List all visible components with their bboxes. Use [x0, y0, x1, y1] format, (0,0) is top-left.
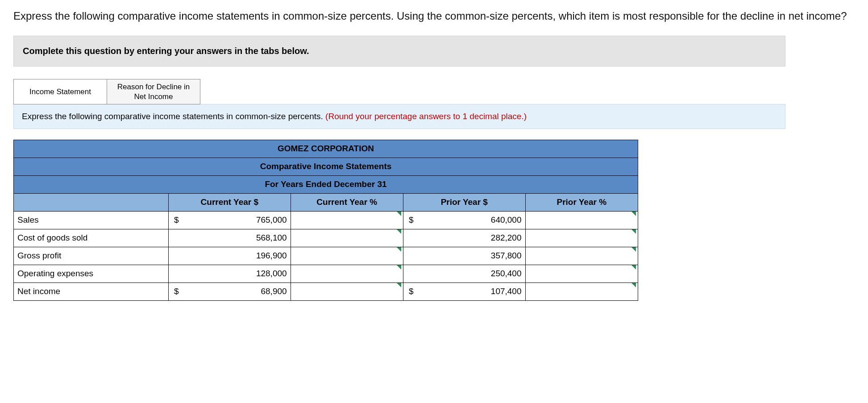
cy-dollar-cell: 128,000 — [169, 265, 291, 283]
row-label: Sales — [14, 211, 169, 229]
question-text: Express the following comparative income… — [13, 9, 855, 23]
py-dollar-cell: $640,000 — [403, 211, 525, 229]
col-header-py-pct: Prior Year % — [525, 193, 638, 211]
currency-symbol: $ — [407, 215, 414, 225]
tab-reason-decline[interactable]: Reason for Decline in Net Income — [107, 79, 200, 104]
col-header-blank — [14, 193, 169, 211]
panel-text: Express the following comparative income… — [22, 112, 325, 121]
table-row: Net income $68,900 $107,400 — [14, 283, 638, 300]
cy-pct-input[interactable] — [291, 211, 403, 229]
py-value: 282,200 — [491, 233, 522, 243]
cy-value: 128,000 — [256, 269, 287, 278]
cy-dollar-cell: 568,100 — [169, 229, 291, 247]
py-value: 107,400 — [491, 287, 522, 296]
py-pct-input[interactable] — [525, 283, 638, 300]
py-pct-input[interactable] — [525, 229, 638, 247]
table-row: Gross profit 196,900 357,800 — [14, 247, 638, 265]
py-dollar-cell: 282,200 — [403, 229, 525, 247]
table-title-statement: Comparative Income Statements — [14, 158, 638, 175]
col-header-py-dollar: Prior Year $ — [403, 193, 525, 211]
currency-symbol: $ — [407, 287, 414, 296]
cy-value: 68,900 — [261, 287, 287, 296]
row-label: Gross profit — [14, 247, 169, 265]
cy-pct-input[interactable] — [291, 265, 403, 283]
currency-symbol: $ — [172, 215, 179, 225]
income-table: GOMEZ CORPORATION Comparative Income Sta… — [13, 140, 638, 301]
cy-dollar-cell: 196,900 — [169, 247, 291, 265]
row-label: Cost of goods sold — [14, 229, 169, 247]
row-label: Net income — [14, 283, 169, 300]
cy-dollar-cell: $68,900 — [169, 283, 291, 300]
cy-value: 196,900 — [256, 251, 287, 261]
py-value: 640,000 — [491, 215, 522, 225]
cy-value: 568,100 — [256, 233, 287, 243]
panel-note: (Round your percentage answers to 1 deci… — [325, 112, 527, 121]
currency-symbol: $ — [172, 287, 179, 296]
tabs-row: Income Statement Reason for Decline in N… — [13, 79, 785, 104]
cy-value: 765,000 — [256, 215, 287, 225]
col-header-cy-pct: Current Year % — [291, 193, 403, 211]
cy-pct-input[interactable] — [291, 247, 403, 265]
table-row: Cost of goods sold 568,100 282,200 — [14, 229, 638, 247]
py-value: 250,400 — [491, 269, 522, 278]
tab-income-statement[interactable]: Income Statement — [13, 79, 107, 104]
table-title-company: GOMEZ CORPORATION — [14, 140, 638, 158]
instruction-banner: Complete this question by entering your … — [13, 36, 785, 66]
cy-dollar-cell: $765,000 — [169, 211, 291, 229]
py-value: 357,800 — [491, 251, 522, 261]
row-label: Operating expenses — [14, 265, 169, 283]
cy-pct-input[interactable] — [291, 229, 403, 247]
py-dollar-cell: 357,800 — [403, 247, 525, 265]
table-title-period: For Years Ended December 31 — [14, 175, 638, 193]
py-dollar-cell: 250,400 — [403, 265, 525, 283]
col-header-cy-dollar: Current Year $ — [169, 193, 291, 211]
table-row: Operating expenses 128,000 250,400 — [14, 265, 638, 283]
py-pct-input[interactable] — [525, 247, 638, 265]
table-row: Sales $765,000 $640,000 — [14, 211, 638, 229]
py-pct-input[interactable] — [525, 211, 638, 229]
py-pct-input[interactable] — [525, 265, 638, 283]
tab-panel-instruction: Express the following comparative income… — [13, 104, 785, 129]
py-dollar-cell: $107,400 — [403, 283, 525, 300]
cy-pct-input[interactable] — [291, 283, 403, 300]
